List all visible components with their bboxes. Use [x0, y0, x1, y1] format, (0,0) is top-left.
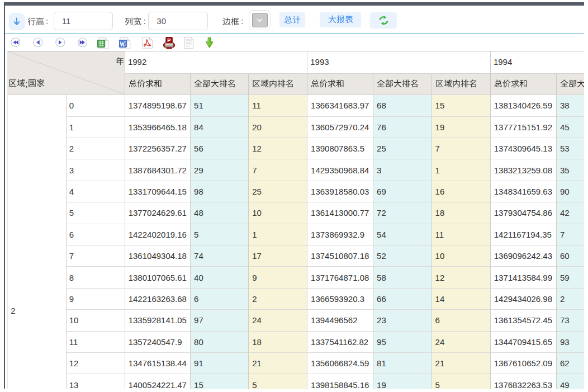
svg-text:P: P — [167, 37, 171, 43]
